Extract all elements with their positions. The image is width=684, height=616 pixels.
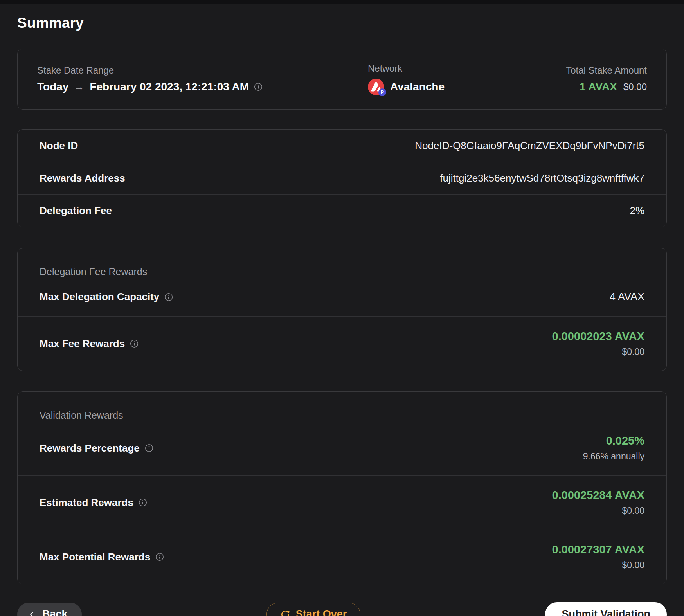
max-potential-rewards-label: Max Potential Rewards — [40, 551, 164, 563]
max-potential-rewards-value: 0.00027307 AVAX — [552, 543, 644, 556]
total-stake-label: Total Stake Amount — [566, 65, 647, 76]
total-stake: Total Stake Amount 1 AVAX $0.00 — [566, 65, 647, 93]
table-row-rewards-address: Rewards Address fujittgi2e3k56enytwSd78r… — [18, 162, 666, 195]
info-icon[interactable] — [139, 498, 147, 507]
max-fee-rewards-label: Max Fee Rewards — [40, 338, 139, 350]
max-fee-rewards-usd: $0.00 — [552, 347, 644, 357]
node-id-value: NodeID-Q8Gfaaio9FAqCmZVEXDq9bFvNPvDi7rt5 — [415, 140, 644, 152]
max-fee-rewards-text: Max Fee Rewards — [40, 338, 125, 350]
chevron-left-icon — [28, 610, 36, 616]
rewards-percentage-label: Rewards Percentage — [40, 442, 153, 454]
rewards-percentage-text: Rewards Percentage — [40, 442, 140, 454]
row-rewards-percentage: Rewards Percentage 0.025% 9.66% annually — [18, 421, 666, 475]
page-title: Summary — [17, 15, 667, 31]
validation-rewards-title: Validation Rewards — [18, 392, 666, 421]
footer-actions: Back Start Over Submit Validation — [17, 602, 667, 616]
info-icon[interactable] — [164, 293, 173, 301]
stake-date-range: Stake Date Range Today → February 02 202… — [37, 65, 368, 93]
network-name: Avalanche — [390, 81, 445, 93]
max-delegation-capacity-text: Max Delegation Capacity — [40, 291, 159, 303]
rewards-address-label: Rewards Address — [40, 172, 125, 184]
total-stake-amount: 1 AVAX — [580, 81, 617, 93]
arrow-right-icon: → — [74, 81, 84, 93]
estimated-rewards-usd: $0.00 — [552, 506, 644, 516]
rewards-percentage-value: 0.025% — [583, 434, 644, 447]
max-delegation-capacity-value: 4 AVAX — [610, 291, 644, 303]
max-fee-rewards-value: 0.00002023 AVAX — [552, 330, 644, 343]
delegation-fee-rewards-title: Delegation Fee Rewards — [18, 248, 666, 277]
submit-validation-button[interactable]: Submit Validation — [545, 602, 667, 616]
stake-date-range-label: Stake Date Range — [37, 65, 368, 76]
submit-validation-label: Submit Validation — [562, 608, 650, 616]
avalanche-logo-icon: P — [368, 79, 384, 95]
details-card: Node ID NodeID-Q8Gfaaio9FAqCmZVEXDq9bFvN… — [17, 129, 667, 227]
top-edge — [0, 0, 684, 4]
info-icon[interactable] — [254, 83, 263, 91]
rewards-address-value: fujittgi2e3k56enytwSd78rtOtsq3izg8wnftff… — [440, 172, 644, 184]
delegation-fee-value: 2% — [630, 205, 644, 217]
summary-page: Summary Stake Date Range Today → Februar… — [0, 15, 684, 616]
back-button[interactable]: Back — [17, 603, 82, 616]
max-delegation-capacity-label: Max Delegation Capacity — [40, 291, 173, 303]
row-estimated-rewards: Estimated Rewards 0.00025284 AVAX $0.00 — [18, 476, 666, 530]
estimated-rewards-text: Estimated Rewards — [40, 497, 133, 509]
rewards-percentage-annual: 9.66% annually — [583, 451, 644, 462]
delegation-fee-label: Delegation Fee — [40, 205, 112, 217]
row-max-delegation-capacity: Max Delegation Capacity 4 AVAX — [18, 277, 666, 316]
network: Network P Avalanche — [368, 63, 566, 95]
max-potential-rewards-usd: $0.00 — [552, 560, 644, 571]
table-row-node-id: Node ID NodeID-Q8Gfaaio9FAqCmZVEXDq9bFvN… — [18, 130, 666, 162]
table-row-delegation-fee: Delegation Fee 2% — [18, 195, 666, 227]
start-over-button[interactable]: Start Over — [266, 603, 361, 616]
row-max-potential-rewards: Max Potential Rewards 0.00027307 AVAX $0… — [18, 530, 666, 584]
delegation-fee-rewards-card: Delegation Fee Rewards Max Delegation Ca… — [17, 248, 667, 371]
overview-card: Stake Date Range Today → February 02 202… — [17, 49, 667, 110]
start-over-button-label: Start Over — [296, 608, 347, 616]
node-id-label: Node ID — [40, 140, 78, 152]
stake-date-from: Today — [37, 81, 68, 93]
refresh-icon — [280, 609, 290, 616]
total-stake-usd: $0.00 — [623, 81, 647, 92]
info-icon[interactable] — [155, 553, 164, 561]
row-max-fee-rewards: Max Fee Rewards 0.00002023 AVAX $0.00 — [18, 317, 666, 371]
validation-rewards-card: Validation Rewards Rewards Percentage 0.… — [17, 391, 667, 584]
estimated-rewards-label: Estimated Rewards — [40, 497, 147, 509]
info-icon[interactable] — [145, 444, 153, 452]
stake-date-to: February 02 2023, 12:21:03 AM — [90, 81, 249, 93]
estimated-rewards-value: 0.00025284 AVAX — [552, 489, 644, 502]
info-icon[interactable] — [130, 339, 139, 348]
max-potential-rewards-text: Max Potential Rewards — [40, 551, 150, 563]
back-button-label: Back — [42, 608, 68, 616]
network-label: Network — [368, 63, 566, 74]
p-chain-badge: P — [378, 88, 386, 96]
